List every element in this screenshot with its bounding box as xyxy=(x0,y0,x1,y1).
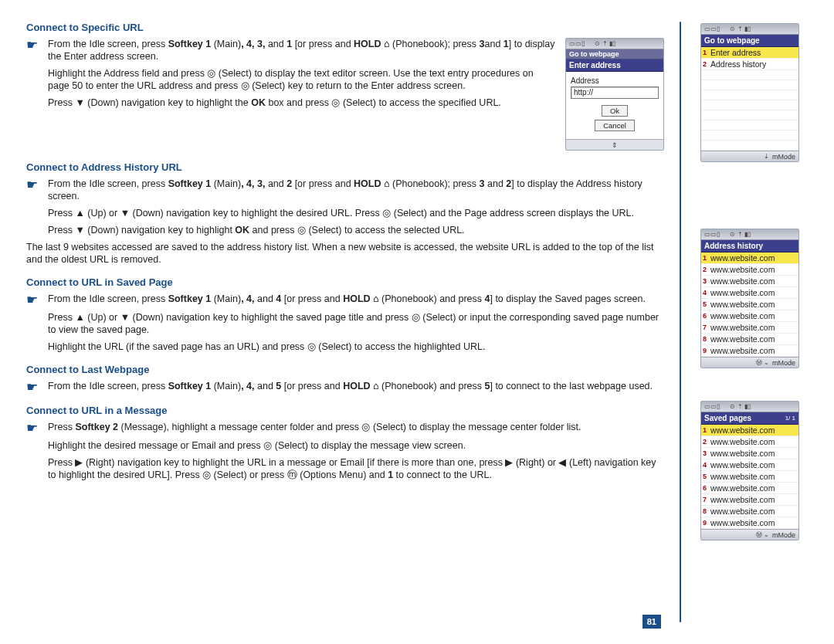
list-item-label: www.website.com xyxy=(710,265,775,274)
step-text: Highlight the desired message or Email a… xyxy=(48,439,664,452)
list-item[interactable]: 4www.website.com xyxy=(701,459,798,471)
step-text: Highlight the Address field and press ◎ … xyxy=(48,67,556,92)
list-item[interactable]: 2www.website.com xyxy=(701,264,798,276)
phonebook-icon: ⌂ xyxy=(384,178,390,189)
list-item-number: 1 xyxy=(703,254,709,262)
phonebook-icon: ⌂ xyxy=(373,293,379,304)
main-column: Connect to Specific URL ☛ From the Idle … xyxy=(26,22,669,622)
list-item-label: www.website.com xyxy=(710,253,775,263)
list-item-number: 1 xyxy=(703,49,709,56)
vertical-divider xyxy=(680,22,681,622)
list-item[interactable]: 3www.website.com xyxy=(701,448,798,459)
footer-label[interactable]: mMode xyxy=(772,153,795,161)
list-item[interactable]: 1Enter address xyxy=(701,47,798,59)
list-item-number: 8 xyxy=(703,507,709,515)
phone-title: Go to webpage xyxy=(701,35,798,47)
phone-title-text: Saved pages xyxy=(704,414,751,422)
list-item-number: 8 xyxy=(703,335,709,343)
step-bullet: ☛ From the Idle screen, press Softkey 1 … xyxy=(26,293,664,307)
step-text: Press ▲ (Up) or ▼ (Down) navigation key … xyxy=(48,311,664,336)
side-column: ▭▭▯ ⊙ ⇡ ▮▯ Go to webpage 1Enter address2… xyxy=(692,22,808,622)
list-item-label: www.website.com xyxy=(710,449,775,458)
url-input[interactable]: http:// xyxy=(571,86,659,99)
list-item-label: www.website.com xyxy=(710,425,775,435)
bullet-icon: ☛ xyxy=(26,178,40,202)
list-item-label: www.website.com xyxy=(710,495,775,504)
phone-footer: ⇣ mMode xyxy=(701,151,798,161)
list-item-number: 9 xyxy=(703,519,709,527)
section-specific-url: ☛ From the Idle screen, press Softkey 1 … xyxy=(26,38,664,151)
list-item-number: 7 xyxy=(703,496,709,503)
phone-title: Address history xyxy=(701,240,798,253)
step-bullet: ☛ From the Idle screen, press Softkey 1 … xyxy=(26,178,664,202)
list-item[interactable]: 5www.website.com xyxy=(701,299,798,310)
list-item[interactable]: 7www.website.com xyxy=(701,322,798,334)
phone-status-bar: ▭▭▯ ⊙ ⇡ ▮▯ xyxy=(701,229,798,240)
step-bullet: ☛ From the Idle screen, press Softkey 1 … xyxy=(26,38,556,63)
phone-title: Enter address xyxy=(566,59,663,72)
list-item-label: www.website.com xyxy=(710,483,775,493)
list-item[interactable]: 2Address history xyxy=(701,59,798,70)
footer-label[interactable]: mMode xyxy=(772,531,795,539)
phone-mock-goto-webpage: ▭▭▯ ⊙ ⇡ ▮▯ Go to webpage 1Enter address2… xyxy=(700,23,799,162)
bullet-icon: ☛ xyxy=(26,380,40,394)
list-item[interactable]: 6www.website.com xyxy=(701,483,798,494)
list-item[interactable]: 6www.website.com xyxy=(701,310,798,322)
list-item-number: 9 xyxy=(703,347,709,354)
phone-counter: 1/ 1 xyxy=(785,415,795,422)
step-text: Press ▼ (Down) navigation key to highlig… xyxy=(48,224,664,236)
list-item-label: www.website.com xyxy=(710,346,775,355)
list-item-number: 6 xyxy=(703,484,709,492)
list-item[interactable]: 3www.website.com xyxy=(701,276,798,287)
phone-status-bar: ▭▭▯ ⊙ ⇡ ▮▯ xyxy=(566,39,663,49)
list-item[interactable]: 7www.website.com xyxy=(701,494,798,506)
list-item[interactable]: 5www.website.com xyxy=(701,471,798,483)
ok-button[interactable]: Ok xyxy=(602,105,628,117)
step-text: Press ▼ (Down) navigation key to highlig… xyxy=(48,97,556,109)
phone-mock-enter-address: ▭▭▯ ⊙ ⇡ ▮▯ Go to webpage Enter address A… xyxy=(565,38,664,151)
list-item[interactable]: 1www.website.com xyxy=(701,425,798,436)
phone-footer: Ⓜ ⌄ mMode xyxy=(701,529,798,540)
manual-page: Connect to Specific URL ☛ From the Idle … xyxy=(26,22,808,622)
section-heading-specific-url: Connect to Specific URL xyxy=(26,22,664,33)
section-text: ☛ From the Idle screen, press Softkey 1 … xyxy=(26,38,556,114)
list-item-label: www.website.com xyxy=(710,276,775,286)
list-item-number: 2 xyxy=(703,438,709,446)
step-text: Press ▶ (Right) navigation key to highli… xyxy=(48,456,664,481)
list-item[interactable]: 8www.website.com xyxy=(701,506,798,517)
list-item-label: www.website.com xyxy=(710,507,775,516)
list-item-label: Enter address xyxy=(710,48,761,57)
step-text: Press ▲ (Up) or ▼ (Down) navigation key … xyxy=(48,207,664,219)
footer-label[interactable]: mMode xyxy=(772,359,795,367)
address-label: Address xyxy=(571,76,659,85)
list-item-label: www.website.com xyxy=(710,518,775,527)
phonebook-icon: ⌂ xyxy=(384,38,390,49)
list-item-number: 2 xyxy=(703,60,709,68)
step-text: From the Idle screen, press Softkey 1 (M… xyxy=(48,178,664,202)
list-item-number: 4 xyxy=(703,289,709,297)
list-item[interactable]: 4www.website.com xyxy=(701,287,798,299)
phone-title: Saved pages 1/ 1 xyxy=(701,412,798,425)
list-item-number: 1 xyxy=(703,426,709,434)
list-item-label: www.website.com xyxy=(710,323,775,332)
list-item-label: www.website.com xyxy=(710,300,775,309)
bullet-icon: ☛ xyxy=(26,421,40,435)
bullet-icon: ☛ xyxy=(26,293,40,307)
phone-body: Address http:// Ok Cancel xyxy=(566,72,663,139)
list-item-number: 7 xyxy=(703,324,709,331)
list-item[interactable]: 2www.website.com xyxy=(701,436,798,448)
list-item[interactable]: 8www.website.com xyxy=(701,334,798,345)
section-heading-last-webpage: Connect to Last Webpage xyxy=(26,364,664,375)
list-item-label: www.website.com xyxy=(710,472,775,481)
list-item[interactable]: 9www.website.com xyxy=(701,517,798,529)
step-text: Highlight the URL (if the saved page has… xyxy=(48,341,664,353)
step-text: From the Idle screen, press Softkey 1 (M… xyxy=(48,293,664,307)
list-item[interactable]: 9www.website.com xyxy=(701,345,798,357)
list-item[interactable]: 1www.website.com xyxy=(701,253,798,264)
phone-mock-address-history: ▭▭▯ ⊙ ⇡ ▮▯ Address history 1www.website.… xyxy=(700,229,799,368)
phone-status-bar: ▭▭▯ ⊙ ⇡ ▮▯ xyxy=(701,24,798,35)
list-item-number: 2 xyxy=(703,266,709,273)
cancel-button[interactable]: Cancel xyxy=(595,120,635,131)
list-item-number: 3 xyxy=(703,449,709,457)
list-item-number: 3 xyxy=(703,277,709,285)
